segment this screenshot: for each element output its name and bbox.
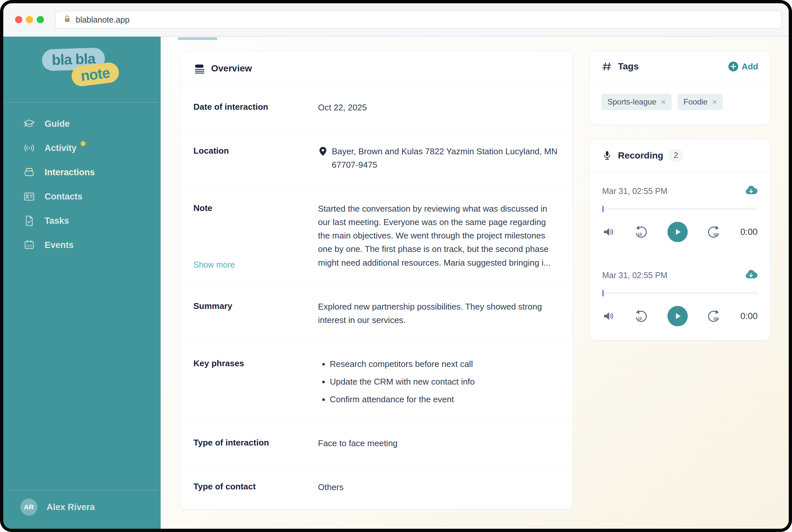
contact-card-icon bbox=[23, 190, 35, 203]
hash-icon bbox=[602, 61, 612, 72]
sidebar-item-activity[interactable]: Activity bbox=[3, 136, 161, 160]
note-text: Started the conversation by reviewing wh… bbox=[318, 202, 559, 269]
add-tag-button[interactable]: Add bbox=[728, 61, 758, 72]
tag-pill[interactable]: Foodie × bbox=[678, 94, 723, 110]
row-value: Face to face meeting bbox=[318, 437, 559, 450]
overview-row-key-phrases: Key phrases Research competitors before … bbox=[180, 342, 572, 422]
sidebar-item-tasks[interactable]: Tasks bbox=[3, 209, 161, 233]
graduation-cap-icon bbox=[23, 118, 35, 130]
sidebar-item-label: Activity bbox=[44, 143, 77, 153]
right-column: Tags Add Sports-league × Food bbox=[589, 51, 770, 340]
svg-text:10: 10 bbox=[713, 232, 718, 237]
volume-icon[interactable] bbox=[602, 310, 615, 322]
sidebar-item-events[interactable]: Events bbox=[3, 233, 161, 257]
row-label: Key phrases bbox=[194, 357, 318, 406]
lock-icon bbox=[63, 15, 72, 24]
overview-row-date: Date of interaction Oct 22, 2025 bbox=[180, 86, 572, 130]
tags-title: Tags bbox=[618, 61, 639, 72]
tags-card: Tags Add Sports-league × Food bbox=[589, 51, 770, 125]
sidebar-item-label: Guide bbox=[44, 119, 70, 129]
row-label: Summary bbox=[194, 300, 318, 327]
overview-row-interaction-type: Type of interaction Face to face meeting bbox=[180, 422, 572, 466]
key-phrases-list: Research competitors before next call Up… bbox=[318, 357, 559, 406]
sidebar-item-guide[interactable]: Guide bbox=[3, 112, 161, 136]
overview-card: Overview Date of interaction Oct 22, 202… bbox=[180, 51, 573, 509]
playback-time: 0:00 bbox=[740, 227, 758, 237]
row-value: Others bbox=[318, 480, 559, 494]
main-content: Overview Date of interaction Oct 22, 202… bbox=[161, 37, 789, 529]
row-label: Type of interaction bbox=[194, 437, 318, 450]
sidebar-item-label: Interactions bbox=[44, 167, 95, 177]
rewind-10-icon[interactable]: 10 bbox=[634, 309, 648, 323]
recording-card: Recording 2 Mar 31, 02:55 PM bbox=[589, 139, 770, 340]
tag-label: Sports-league bbox=[607, 97, 656, 107]
forward-10-icon[interactable]: 10 bbox=[707, 225, 721, 239]
overview-row-note: Note Show more Started the conversation … bbox=[180, 187, 572, 285]
key-phrase-item: Research competitors before next call bbox=[330, 357, 559, 371]
overview-row-contact-type: Type of contact Others bbox=[180, 466, 572, 509]
audio-progress-cursor[interactable] bbox=[602, 206, 604, 212]
download-cloud-icon[interactable] bbox=[744, 268, 758, 282]
browser-window: blablanote.app bla bla note Guide Activi… bbox=[3, 3, 789, 529]
overview-row-location: Location Bayer, Brown and Kulas 7822 Yaz… bbox=[180, 130, 572, 187]
calendar-icon bbox=[23, 239, 35, 251]
overview-header: Overview bbox=[180, 52, 572, 86]
audio-progress-bar[interactable] bbox=[602, 292, 758, 294]
sidebar-item-contacts[interactable]: Contacts bbox=[3, 185, 161, 209]
show-more-link[interactable]: Show more bbox=[194, 260, 318, 270]
add-tag-label: Add bbox=[741, 62, 758, 72]
browser-chrome: blablanote.app bbox=[3, 3, 789, 37]
rewind-10-icon[interactable]: 10 bbox=[634, 225, 648, 239]
row-label: Date of interaction bbox=[194, 101, 318, 114]
inbox-icon bbox=[23, 166, 35, 178]
audio-progress-cursor[interactable] bbox=[602, 290, 604, 297]
recording-item: Mar 31, 02:55 PM bbox=[590, 256, 770, 340]
remove-tag-icon[interactable]: × bbox=[712, 98, 717, 106]
overview-row-summary: Summary Explored new partnership possibi… bbox=[180, 285, 572, 342]
key-phrase-item: Update the CRM with new contact info bbox=[330, 375, 559, 388]
plus-circle-icon bbox=[728, 61, 739, 72]
activity-notification-dot bbox=[81, 141, 86, 146]
user-profile[interactable]: AR Alex Rivera bbox=[3, 490, 161, 529]
row-label: Location bbox=[194, 145, 318, 172]
remove-tag-icon[interactable]: × bbox=[661, 98, 666, 106]
overview-title: Overview bbox=[211, 63, 252, 74]
list-lines-icon bbox=[194, 62, 205, 74]
sidebar-item-label: Events bbox=[44, 240, 74, 250]
sidebar: bla bla note Guide Activity Interactions bbox=[3, 37, 161, 529]
sidebar-item-interactions[interactable]: Interactions bbox=[3, 160, 161, 185]
key-phrase-item: Confirm attendance for the event bbox=[330, 393, 559, 406]
window-controls bbox=[15, 16, 44, 23]
play-button[interactable] bbox=[667, 222, 688, 242]
active-tab-indicator[interactable] bbox=[178, 37, 217, 40]
maximize-window-button[interactable] bbox=[37, 16, 44, 23]
app-logo: bla bla note bbox=[3, 37, 161, 89]
audio-progress-bar[interactable] bbox=[602, 208, 758, 210]
forward-10-icon[interactable]: 10 bbox=[707, 309, 721, 323]
address-bar[interactable]: blablanote.app bbox=[55, 11, 782, 29]
recording-title: Recording bbox=[618, 150, 663, 161]
tags-list: Sports-league × Foodie × bbox=[590, 82, 770, 125]
recording-count-badge: 2 bbox=[668, 149, 683, 162]
summary-text: Explored new partnership possibilities. … bbox=[318, 300, 559, 327]
close-window-button[interactable] bbox=[15, 16, 22, 23]
play-button[interactable] bbox=[667, 306, 688, 326]
recording-item: Mar 31, 02:55 PM bbox=[590, 172, 770, 256]
recording-timestamp: Mar 31, 02:55 PM bbox=[602, 186, 667, 196]
user-name: Alex Rivera bbox=[47, 502, 95, 512]
url-text: blablanote.app bbox=[76, 15, 129, 24]
map-pin-icon bbox=[318, 147, 328, 156]
row-value: Oct 22, 2025 bbox=[318, 101, 559, 114]
volume-icon[interactable] bbox=[602, 226, 615, 238]
activity-waves-icon bbox=[23, 142, 35, 154]
row-label: Note bbox=[194, 202, 318, 214]
row-label: Type of contact bbox=[194, 480, 318, 494]
task-document-icon bbox=[23, 214, 35, 227]
location-text: Bayer, Brown and Kulas 7822 Yazmin Stati… bbox=[332, 145, 559, 172]
sidebar-item-label: Contacts bbox=[44, 192, 82, 202]
download-cloud-icon[interactable] bbox=[744, 184, 758, 198]
avatar: AR bbox=[20, 499, 37, 516]
tag-pill[interactable]: Sports-league × bbox=[602, 94, 672, 110]
minimize-window-button[interactable] bbox=[26, 16, 33, 23]
microphone-icon bbox=[602, 150, 613, 161]
